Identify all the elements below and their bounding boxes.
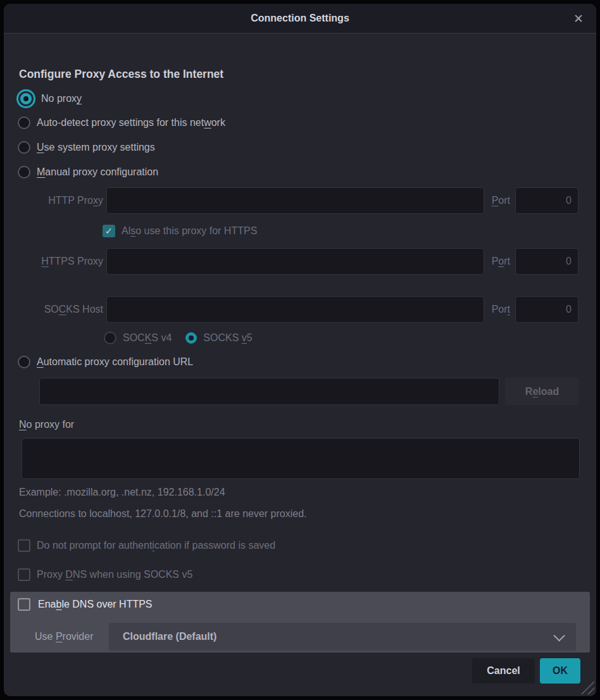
no-proxy-note-text: Connections to localhost, 127.0.0.1/8, a… <box>19 508 307 520</box>
provider-dropdown-value: Cloudflare (Default) <box>123 631 216 642</box>
radio-icon <box>18 116 30 129</box>
checkbox-icon <box>18 539 30 552</box>
chevron-down-icon <box>553 630 565 641</box>
radio-auto-detect-label: Auto-detect proxy settings for this netw… <box>37 117 225 128</box>
socks-host-input <box>106 296 484 323</box>
checkbox-no-prompt-auth: Do not prompt for authentication if pass… <box>18 536 275 555</box>
checkbox-icon <box>18 568 30 581</box>
radio-auto-url-label: Automatic proxy configuration URL <box>37 356 193 368</box>
radio-icon <box>104 332 116 344</box>
checkbox-enable-doh[interactable]: Enable DNS over HTTPS <box>18 595 153 614</box>
radio-socks-v5-label: SOCKS v5 <box>203 332 252 344</box>
checkbox-share-proxy-label: Also use this proxy for HTTPS <box>122 225 257 237</box>
http-port-label: Port <box>476 187 510 214</box>
dialog-titlebar: Connection Settings ✕ <box>4 4 596 34</box>
no-proxy-for-textarea <box>22 438 580 479</box>
reload-button: Reload <box>505 378 579 405</box>
socks-port-input <box>515 296 578 323</box>
resize-grip[interactable] <box>579 679 594 694</box>
radio-socks-v5: SOCKS v5 <box>185 332 252 344</box>
socks-host-label: SOCKS Host <box>19 296 103 323</box>
checkbox-icon <box>18 598 30 611</box>
radio-manual-proxy[interactable]: Manual proxy configuration <box>18 163 158 182</box>
radio-manual-proxy-label: Manual proxy configuration <box>37 166 158 178</box>
dialog-title: Connection Settings <box>251 13 349 24</box>
auto-url-input <box>39 378 499 405</box>
connection-settings-dialog: Connection Settings ✕ Configure Proxy Ac… <box>4 4 596 696</box>
http-port-input <box>515 187 578 214</box>
socks-port-label: Port <box>476 296 510 323</box>
https-port-label: Port <box>476 248 510 275</box>
radio-no-proxy[interactable]: No proxy <box>18 89 82 108</box>
https-proxy-label: HTTPS Proxy <box>19 248 103 275</box>
radio-icon <box>18 141 30 154</box>
provider-dropdown: Cloudflare (Default) <box>109 623 576 651</box>
checkbox-share-proxy: ✓ Also use this proxy for HTTPS <box>103 222 257 241</box>
radio-socks-v4: SOCKS v4 <box>104 332 172 344</box>
checkbox-no-prompt-auth-label: Do not prompt for authentication if pass… <box>37 540 275 551</box>
radio-auto-detect[interactable]: Auto-detect proxy settings for this netw… <box>18 113 225 132</box>
doh-panel: Enable DNS over HTTPS Use Provider Cloud… <box>10 592 590 653</box>
http-proxy-label: HTTP Proxy <box>19 187 103 214</box>
no-proxy-example-text: Example: .mozilla.org, .net.nz, 192.168.… <box>19 487 225 498</box>
radio-auto-url[interactable]: Automatic proxy configuration URL <box>18 353 193 372</box>
cancel-button[interactable]: Cancel <box>472 658 535 684</box>
close-icon[interactable]: ✕ <box>573 13 584 25</box>
https-port-input <box>515 248 578 275</box>
radio-icon <box>18 166 30 178</box>
socks-version-group: SOCKS v4 SOCKS v5 <box>104 328 253 347</box>
page-title: Configure Proxy Access to the Internet <box>19 68 223 81</box>
use-provider-label: Use Provider <box>35 623 93 651</box>
radio-socks-v4-label: SOCKS v4 <box>123 332 172 344</box>
checkbox-proxy-dns: Proxy DNS when using SOCKS v5 <box>18 565 192 584</box>
radio-system-proxy[interactable]: Use system proxy settings <box>18 138 155 157</box>
checkbox-proxy-dns-label: Proxy DNS when using SOCKS v5 <box>37 569 192 580</box>
radio-no-proxy-label: No proxy <box>41 93 82 104</box>
radio-icon <box>18 356 30 368</box>
checkbox-enable-doh-label: Enable DNS over HTTPS <box>38 599 153 610</box>
ok-button[interactable]: OK <box>540 658 580 684</box>
http-proxy-input <box>106 187 484 214</box>
no-proxy-for-label: No proxy for <box>19 419 74 430</box>
radio-selected-icon <box>185 332 197 344</box>
checkbox-checked-icon: ✓ <box>103 225 115 237</box>
radio-selected-icon <box>20 93 32 104</box>
radio-system-proxy-label: Use system proxy settings <box>37 142 155 153</box>
https-proxy-input <box>106 248 484 275</box>
